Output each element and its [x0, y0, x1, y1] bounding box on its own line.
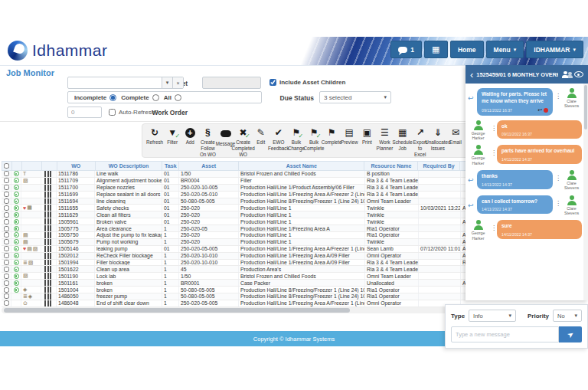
asset-input[interactable] — [68, 77, 162, 88]
edit-button[interactable]: ✎ Edit — [253, 127, 270, 146]
status-ok-icon[interactable] — [14, 267, 19, 272]
table-row[interactable]: 1511699 Replace sealant in all doors 01 … — [2, 192, 473, 198]
scrollbar-thumb[interactable] — [584, 85, 587, 129]
row-checkbox[interactable] — [4, 171, 9, 176]
col-header-asset-name[interactable]: Asset Name — [239, 162, 364, 170]
filter-button[interactable]: ▼ ✓ Filter — [164, 127, 181, 146]
message-menu-icon[interactable]: ⋮ — [555, 175, 559, 182]
status-ok-icon[interactable] — [14, 246, 19, 251]
row-checkbox[interactable] — [4, 178, 9, 183]
barcode-icon[interactable] — [44, 287, 53, 293]
row-checkbox[interactable] — [4, 232, 9, 238]
status-radio-all[interactable] — [175, 94, 181, 101]
table-row[interactable]: ≣◈ 1486050 freezer pump 1 50-080-05-005 … — [2, 293, 473, 300]
status-ok-icon[interactable] — [14, 205, 19, 211]
create-follow-on-wo-button[interactable]: § Create Follow On WO — [199, 127, 216, 158]
type-select[interactable]: Info ▾ — [469, 310, 516, 322]
priority-select[interactable]: No ▾ — [553, 310, 582, 322]
barcode-icon[interactable] — [44, 260, 53, 266]
row-checkbox[interactable] — [4, 205, 9, 211]
chat-vertical-scrollbar[interactable] — [583, 84, 588, 300]
participants-icon[interactable] — [561, 71, 571, 78]
work-order-input[interactable] — [67, 107, 102, 118]
row-checkbox[interactable] — [4, 253, 9, 258]
barcode-icon[interactable] — [44, 171, 53, 177]
message-menu-icon[interactable]: ⋮ — [555, 93, 559, 100]
ewo-feedback-button[interactable]: ✔ EWO Feedback — [270, 127, 287, 152]
bulk-change-button[interactable]: ⚑ ✓ Bulk Change — [288, 127, 305, 152]
row-checkbox[interactable] — [4, 212, 9, 218]
barcode-icon[interactable] — [44, 211, 53, 218]
status-ok-icon[interactable] — [14, 226, 19, 231]
apps-grid-button[interactable]: ▦ — [424, 41, 448, 58]
barcode-icon[interactable] — [44, 218, 53, 224]
table-row[interactable]: 1511694 line cleaning 01 50-080-05-005 P… — [2, 198, 473, 205]
watch-eye-icon[interactable] — [574, 71, 583, 77]
barcode-icon[interactable] — [44, 198, 53, 205]
table-row[interactable]: 1511700 Replace nozzles 01 250-020-10-00… — [2, 185, 473, 192]
barcode-icon[interactable] — [44, 293, 53, 300]
table-row[interactable]: ♥ ▦ 1511655 Safety checks 01 250-020 Pro… — [2, 205, 473, 211]
barcode-icon[interactable] — [44, 178, 53, 184]
barcode-icon[interactable] — [44, 185, 53, 191]
row-checkbox[interactable] — [4, 260, 9, 265]
include-asset-children-input[interactable] — [270, 79, 276, 86]
table-row[interactable]: T 1511786 Line walk 01 1/50 Bristol Froz… — [2, 171, 473, 178]
status-ok-icon[interactable] — [14, 219, 19, 224]
barcode-icon[interactable] — [44, 273, 53, 279]
new-message-input[interactable] — [451, 326, 559, 342]
row-checkbox[interactable] — [4, 293, 9, 299]
status-option-incomplete[interactable]: Incomplete — [74, 94, 116, 101]
row-checkbox[interactable] — [4, 300, 9, 306]
table-row[interactable]: ◈ 1501004 broken 1 50-080-05-005 Product… — [2, 287, 473, 293]
reply-arrow-icon[interactable]: ↩ — [468, 176, 475, 184]
status-ok-icon[interactable] — [14, 232, 19, 238]
table-row[interactable]: 1505775 Area clearance 1 250-020-05 Prod… — [2, 225, 473, 232]
back-chevron-icon[interactable]: ‹ — [470, 70, 473, 80]
status-ok-icon[interactable] — [14, 212, 19, 218]
barcode-icon[interactable] — [44, 205, 53, 211]
message-menu-icon[interactable]: ⋮ — [555, 200, 559, 207]
barcode-icon[interactable] — [44, 239, 53, 245]
table-row[interactable]: 1505961 Broken valve 01 250-020 Producti… — [2, 218, 473, 225]
row-checkbox[interactable] — [4, 239, 9, 244]
col-header-wo[interactable]: WO — [57, 162, 96, 170]
select-all-checkbox[interactable] — [4, 163, 9, 169]
table-row[interactable]: 1501622 Clean up area 1 45 Production Ar… — [2, 266, 473, 273]
asset-combobox[interactable]: ▾ × — [67, 77, 184, 89]
status-ok-icon[interactable] — [14, 280, 19, 286]
status-ok-icon[interactable] — [14, 287, 19, 293]
bulk-complete-button[interactable]: ⚑ ✓ Bulk Complete — [305, 127, 322, 152]
status-ok-icon[interactable] — [14, 198, 19, 204]
asset-clear-button[interactable]: × — [172, 77, 183, 88]
barcode-icon[interactable] — [44, 300, 53, 306]
row-checkbox[interactable] — [4, 246, 9, 251]
status-ok-icon[interactable] — [14, 274, 19, 279]
scrollbar-thumb[interactable] — [4, 308, 350, 313]
row-checkbox[interactable] — [4, 287, 9, 293]
table-horizontal-scrollbar[interactable] — [2, 307, 473, 313]
status-option-all[interactable]: All — [164, 94, 181, 101]
row-checkbox[interactable] — [4, 274, 9, 279]
barcode-icon[interactable] — [44, 232, 53, 238]
create-completed-wo-button[interactable]: ✖ ✓ Create Completed WO — [235, 127, 252, 158]
work-planner-button[interactable]: ☰ Work Planner — [376, 127, 393, 152]
col-header-description[interactable]: WO Description — [96, 162, 163, 170]
barcode-icon[interactable] — [44, 280, 53, 286]
barcode-icon[interactable] — [44, 266, 53, 272]
status-ok-icon[interactable] — [14, 192, 19, 197]
table-row[interactable]: ≣▨ 1501994 Filler blockage 1 250-020-10-… — [2, 260, 473, 267]
table-row[interactable]: ⊙ 1486048 End of shift clear down 1 250-… — [2, 300, 473, 307]
row-checkbox[interactable] — [4, 280, 9, 286]
asset-dropdown-button[interactable]: ▾ — [162, 77, 172, 88]
auto-refresh-checkbox[interactable]: Auto-Refresh? — [109, 109, 158, 116]
send-button[interactable]: ➤ — [559, 326, 582, 342]
status-ok-icon[interactable] — [14, 178, 19, 183]
complete-button[interactable]: ⚑ Complete — [323, 127, 340, 146]
row-checkbox[interactable] — [4, 198, 9, 204]
status-radio-complete[interactable] — [152, 94, 159, 101]
row-checkbox[interactable] — [4, 226, 9, 231]
barcode-icon[interactable] — [44, 192, 53, 198]
table-row[interactable]: ▤ 1505750 Adjust the pump to fix leakage… — [2, 232, 473, 239]
refresh-button[interactable]: ↻ Refresh — [146, 127, 163, 146]
